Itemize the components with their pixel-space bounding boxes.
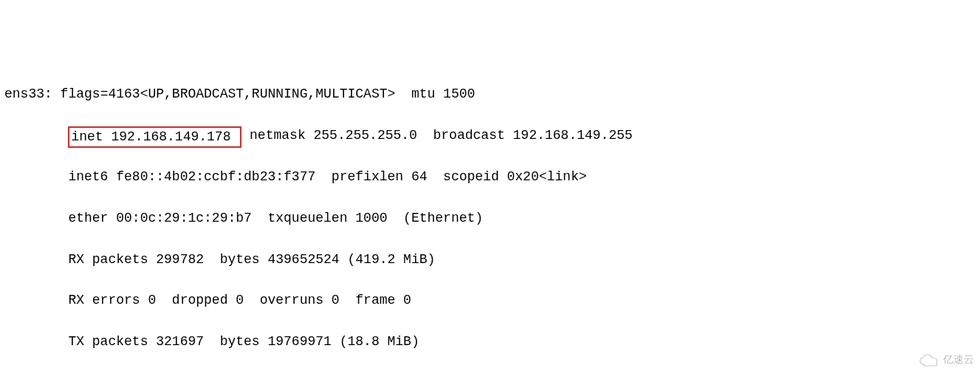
if0-ether: ether 00:0c:29:1c:29:b7 txqueuelen 1000 … [4, 208, 976, 229]
cloud-icon [918, 353, 940, 367]
if0-inet-text: inet 192.168.149.178 [71, 129, 239, 144]
if0-inet-highlight: inet 192.168.149.178 [68, 126, 241, 147]
if0-inet-line: inet 192.168.149.178 netmask 255.255.255… [4, 125, 976, 146]
if0-rx-errors: RX errors 0 dropped 0 overruns 0 frame 0 [4, 290, 976, 311]
if0-header: ens33: flags=4163<UP,BROADCAST,RUNNING,M… [4, 84, 976, 105]
if0-flags: : flags=4163<UP,BROADCAST,RUNNING,MULTIC… [44, 86, 475, 101]
inet-indent [4, 128, 68, 143]
if0-rx-packets: RX packets 299782 bytes 439652524 (419.2… [4, 250, 976, 270]
watermark: 亿速云 [918, 352, 974, 368]
watermark-text: 亿速云 [943, 352, 974, 368]
if0-inet6: inet6 fe80::4b02:ccbf:db23:f377 prefixle… [4, 167, 976, 188]
if0-name: ens33 [4, 86, 44, 101]
if0-tx-packets: TX packets 321697 bytes 19769971 (18.8 M… [4, 332, 976, 353]
if0-inet-rest: netmask 255.255.255.0 broadcast 192.168.… [241, 128, 632, 143]
